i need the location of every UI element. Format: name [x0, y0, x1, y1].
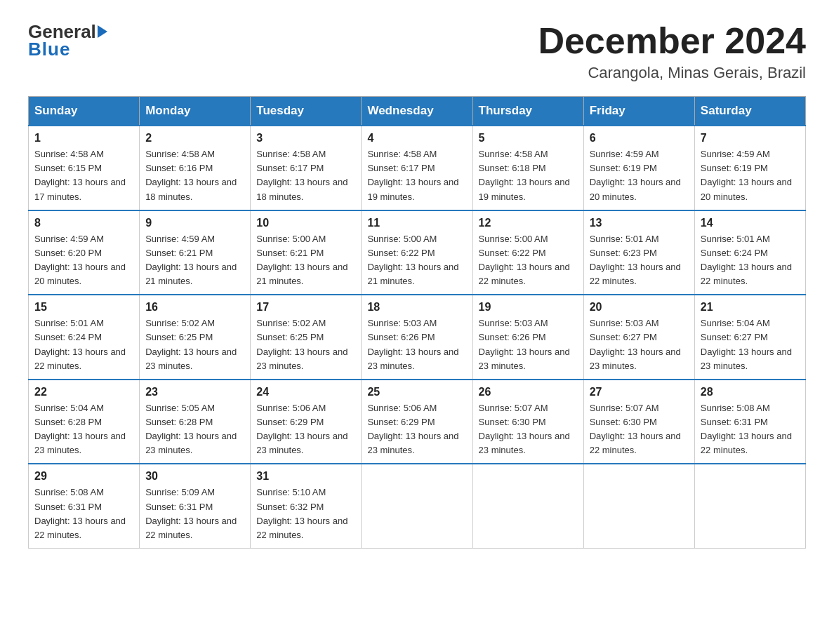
day-info: Sunrise: 5:04 AMSunset: 6:28 PMDaylight:…: [34, 401, 133, 458]
day-number: 20: [590, 301, 689, 314]
calendar-cell: 11Sunrise: 5:00 AMSunset: 6:22 PMDayligh…: [362, 210, 472, 295]
calendar-cell: 27Sunrise: 5:07 AMSunset: 6:30 PMDayligh…: [583, 380, 694, 464]
day-number: 27: [590, 386, 689, 398]
day-number: 7: [701, 132, 800, 145]
location-subtitle: Carangola, Minas Gerais, Brazil: [538, 64, 806, 82]
calendar-week-row-1: 1Sunrise: 4:58 AMSunset: 6:15 PMDaylight…: [29, 126, 806, 210]
calendar-cell: 12Sunrise: 5:00 AMSunset: 6:22 PMDayligh…: [472, 210, 583, 295]
day-info: Sunrise: 5:00 AMSunset: 6:22 PMDaylight:…: [479, 232, 578, 289]
day-info: Sunrise: 5:00 AMSunset: 6:21 PMDaylight:…: [256, 232, 355, 289]
day-number: 8: [34, 217, 133, 229]
calendar-cell: 5Sunrise: 4:58 AMSunset: 6:18 PMDaylight…: [472, 126, 583, 210]
day-info: Sunrise: 4:59 AMSunset: 6:20 PMDaylight:…: [34, 232, 133, 289]
day-info: Sunrise: 5:01 AMSunset: 6:24 PMDaylight:…: [701, 232, 800, 289]
day-info: Sunrise: 4:58 AMSunset: 6:17 PMDaylight:…: [367, 147, 466, 204]
calendar-cell: [472, 464, 583, 548]
day-info: Sunrise: 5:07 AMSunset: 6:30 PMDaylight:…: [590, 401, 689, 458]
day-number: 31: [256, 470, 355, 483]
day-number: 23: [145, 386, 244, 398]
day-number: 18: [367, 301, 466, 314]
day-number: 29: [34, 470, 133, 483]
day-info: Sunrise: 4:58 AMSunset: 6:17 PMDaylight:…: [256, 147, 355, 204]
logo-blue-text: Blue: [28, 39, 70, 60]
calendar-cell: 30Sunrise: 5:09 AMSunset: 6:31 PMDayligh…: [140, 464, 251, 548]
day-number: 13: [590, 217, 689, 229]
calendar-cell: 6Sunrise: 4:59 AMSunset: 6:19 PMDaylight…: [583, 126, 694, 210]
calendar-cell: 9Sunrise: 4:59 AMSunset: 6:21 PMDaylight…: [140, 210, 251, 295]
calendar-table: SundayMondayTuesdayWednesdayThursdayFrid…: [28, 96, 806, 549]
day-info: Sunrise: 5:07 AMSunset: 6:30 PMDaylight:…: [479, 401, 578, 458]
day-number: 14: [701, 217, 800, 229]
calendar-cell: 13Sunrise: 5:01 AMSunset: 6:23 PMDayligh…: [583, 210, 694, 295]
day-info: Sunrise: 4:58 AMSunset: 6:15 PMDaylight:…: [34, 147, 133, 204]
calendar-cell: 17Sunrise: 5:02 AMSunset: 6:25 PMDayligh…: [251, 295, 362, 380]
calendar-cell: 16Sunrise: 5:02 AMSunset: 6:25 PMDayligh…: [140, 295, 251, 380]
day-info: Sunrise: 5:03 AMSunset: 6:27 PMDaylight:…: [590, 316, 689, 373]
day-number: 10: [256, 217, 355, 229]
calendar-cell: 2Sunrise: 4:58 AMSunset: 6:16 PMDaylight…: [140, 126, 251, 210]
calendar-cell: [362, 464, 472, 548]
day-number: 24: [256, 386, 355, 398]
day-number: 6: [590, 132, 689, 145]
calendar-cell: [583, 464, 694, 548]
day-number: 25: [367, 386, 466, 398]
calendar-cell: [694, 464, 805, 548]
day-info: Sunrise: 5:06 AMSunset: 6:29 PMDaylight:…: [256, 401, 355, 458]
day-number: 26: [479, 386, 578, 398]
day-info: Sunrise: 5:02 AMSunset: 6:25 PMDaylight:…: [145, 316, 244, 373]
month-title: December 2024: [538, 21, 806, 61]
day-number: 12: [479, 217, 578, 229]
day-number: 21: [701, 301, 800, 314]
calendar-header-monday: Monday: [140, 97, 251, 126]
day-info: Sunrise: 5:03 AMSunset: 6:26 PMDaylight:…: [367, 316, 466, 373]
day-number: 16: [145, 301, 244, 314]
calendar-cell: 15Sunrise: 5:01 AMSunset: 6:24 PMDayligh…: [29, 295, 140, 380]
calendar-cell: 18Sunrise: 5:03 AMSunset: 6:26 PMDayligh…: [362, 295, 472, 380]
day-info: Sunrise: 5:01 AMSunset: 6:23 PMDaylight:…: [590, 232, 689, 289]
calendar-week-row-2: 8Sunrise: 4:59 AMSunset: 6:20 PMDaylight…: [29, 210, 806, 295]
day-info: Sunrise: 5:05 AMSunset: 6:28 PMDaylight:…: [145, 401, 244, 458]
day-info: Sunrise: 4:59 AMSunset: 6:19 PMDaylight:…: [590, 147, 689, 204]
calendar-cell: 26Sunrise: 5:07 AMSunset: 6:30 PMDayligh…: [472, 380, 583, 464]
calendar-header-tuesday: Tuesday: [251, 97, 362, 126]
day-info: Sunrise: 5:09 AMSunset: 6:31 PMDaylight:…: [145, 485, 244, 542]
day-info: Sunrise: 5:06 AMSunset: 6:29 PMDaylight:…: [367, 401, 466, 458]
day-number: 22: [34, 386, 133, 398]
day-number: 2: [145, 132, 244, 145]
calendar-cell: 24Sunrise: 5:06 AMSunset: 6:29 PMDayligh…: [251, 380, 362, 464]
day-number: 9: [145, 217, 244, 229]
day-info: Sunrise: 4:58 AMSunset: 6:16 PMDaylight:…: [145, 147, 244, 204]
calendar-cell: 10Sunrise: 5:00 AMSunset: 6:21 PMDayligh…: [251, 210, 362, 295]
page-header: General Blue December 2024 Carangola, Mi…: [28, 21, 806, 82]
day-info: Sunrise: 5:03 AMSunset: 6:26 PMDaylight:…: [479, 316, 578, 373]
calendar-cell: 22Sunrise: 5:04 AMSunset: 6:28 PMDayligh…: [29, 380, 140, 464]
calendar-header-friday: Friday: [583, 97, 694, 126]
calendar-header-row: SundayMondayTuesdayWednesdayThursdayFrid…: [29, 97, 806, 126]
calendar-header-sunday: Sunday: [29, 97, 140, 126]
calendar-week-row-5: 29Sunrise: 5:08 AMSunset: 6:31 PMDayligh…: [29, 464, 806, 548]
calendar-cell: 3Sunrise: 4:58 AMSunset: 6:17 PMDaylight…: [251, 126, 362, 210]
calendar-header-thursday: Thursday: [472, 97, 583, 126]
calendar-cell: 20Sunrise: 5:03 AMSunset: 6:27 PMDayligh…: [583, 295, 694, 380]
calendar-cell: 31Sunrise: 5:10 AMSunset: 6:32 PMDayligh…: [251, 464, 362, 548]
calendar-cell: 7Sunrise: 4:59 AMSunset: 6:19 PMDaylight…: [694, 126, 805, 210]
logo-triangle-icon: [98, 25, 107, 38]
day-number: 1: [34, 132, 133, 145]
calendar-cell: 8Sunrise: 4:59 AMSunset: 6:20 PMDaylight…: [29, 210, 140, 295]
day-number: 5: [479, 132, 578, 145]
day-info: Sunrise: 5:08 AMSunset: 6:31 PMDaylight:…: [34, 485, 133, 542]
calendar-cell: 4Sunrise: 4:58 AMSunset: 6:17 PMDaylight…: [362, 126, 472, 210]
day-number: 17: [256, 301, 355, 314]
calendar-cell: 25Sunrise: 5:06 AMSunset: 6:29 PMDayligh…: [362, 380, 472, 464]
logo: General Blue: [28, 21, 107, 60]
day-info: Sunrise: 5:00 AMSunset: 6:22 PMDaylight:…: [367, 232, 466, 289]
calendar-cell: 28Sunrise: 5:08 AMSunset: 6:31 PMDayligh…: [694, 380, 805, 464]
calendar-header-wednesday: Wednesday: [362, 97, 472, 126]
calendar-cell: 23Sunrise: 5:05 AMSunset: 6:28 PMDayligh…: [140, 380, 251, 464]
calendar-header-saturday: Saturday: [694, 97, 805, 126]
day-info: Sunrise: 4:59 AMSunset: 6:21 PMDaylight:…: [145, 232, 244, 289]
calendar-cell: 14Sunrise: 5:01 AMSunset: 6:24 PMDayligh…: [694, 210, 805, 295]
day-info: Sunrise: 5:02 AMSunset: 6:25 PMDaylight:…: [256, 316, 355, 373]
day-info: Sunrise: 5:10 AMSunset: 6:32 PMDaylight:…: [256, 485, 355, 542]
day-info: Sunrise: 5:08 AMSunset: 6:31 PMDaylight:…: [701, 401, 800, 458]
